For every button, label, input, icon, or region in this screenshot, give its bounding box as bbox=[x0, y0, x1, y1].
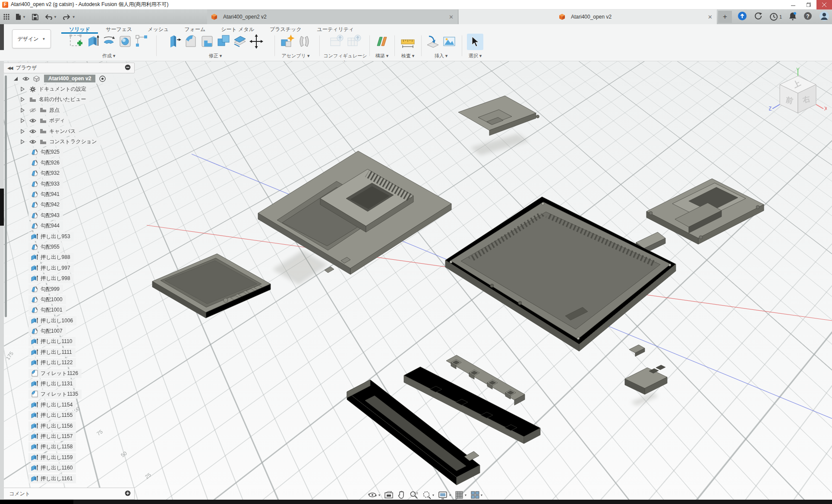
browser-root-row[interactable]: Atari400_open v2 bbox=[3, 73, 135, 84]
add-comment-icon[interactable] bbox=[125, 490, 131, 498]
browser-feature-12[interactable]: 押し出し998 bbox=[3, 273, 135, 284]
group-label-insert[interactable]: 挿入 ▾ bbox=[424, 53, 458, 59]
browser-feature-1[interactable]: 勾配926 bbox=[3, 158, 135, 168]
document-tab-active[interactable]: Atari400_open v2 ✕ bbox=[459, 9, 717, 24]
look-at-icon[interactable] bbox=[384, 491, 393, 499]
browser-feature-25[interactable]: 押し出し1155 bbox=[3, 410, 135, 421]
visibility-eye-icon[interactable] bbox=[22, 76, 30, 81]
configuration-table-button[interactable] bbox=[346, 34, 362, 52]
account-avatar[interactable] bbox=[819, 11, 829, 23]
browser-feature-29[interactable]: 押し出し1159 bbox=[3, 452, 135, 463]
model-viewport[interactable]: 175 100 75 50 25 bbox=[0, 61, 832, 504]
browser-feature-18[interactable]: 押し出し1110 bbox=[3, 337, 135, 347]
browser-feature-6[interactable]: 勾配943 bbox=[3, 210, 135, 220]
workspace-selector[interactable]: デザイン▼ bbox=[12, 29, 51, 48]
expand-caret-icon[interactable] bbox=[21, 108, 27, 113]
browser-folder-0[interactable]: ドキュメントの設定 bbox=[3, 84, 135, 94]
job-status-icon[interactable] bbox=[754, 12, 763, 22]
group-label-select[interactable]: 選択 ▾ bbox=[465, 53, 485, 59]
help-icon[interactable]: ? bbox=[804, 12, 812, 22]
ribbon-tab-2[interactable]: メッシュ bbox=[140, 25, 176, 34]
visibility-eye-icon[interactable] bbox=[28, 129, 37, 134]
grid-display-icon[interactable]: ▾ bbox=[455, 491, 466, 499]
group-label-inspect[interactable]: 検査 ▾ bbox=[397, 53, 419, 59]
browser-feature-3[interactable]: 勾配933 bbox=[3, 179, 135, 189]
insert-derive-button[interactable] bbox=[425, 34, 440, 52]
part-top-shell[interactable] bbox=[258, 151, 451, 274]
extrude-button[interactable] bbox=[85, 34, 100, 52]
browser-feature-13[interactable]: 勾配999 bbox=[3, 284, 135, 294]
minimize-button[interactable] bbox=[785, 0, 801, 9]
browser-feature-5[interactable]: 勾配942 bbox=[3, 200, 135, 210]
fillet-button[interactable] bbox=[183, 34, 198, 52]
browser-folder-4[interactable]: キャンバス bbox=[3, 126, 135, 136]
browser-feature-19[interactable]: 押し出し1111 bbox=[3, 347, 135, 357]
activate-radio-icon[interactable] bbox=[98, 76, 107, 82]
visibility-eye-off-icon[interactable] bbox=[28, 108, 37, 113]
ribbon-tab-6[interactable]: ユーティリティ bbox=[309, 25, 362, 34]
browser-feature-16[interactable]: 押し出し1006 bbox=[3, 315, 135, 326]
measure-button[interactable] bbox=[400, 34, 416, 52]
browser-feature-2[interactable]: 勾配932 bbox=[3, 168, 135, 179]
ribbon-tab-3[interactable]: フォーム bbox=[176, 25, 213, 34]
browser-feature-9[interactable]: 勾配955 bbox=[3, 242, 135, 252]
comment-bar[interactable]: コメント bbox=[3, 488, 135, 500]
browser-feature-21[interactable]: フィレット1126 bbox=[3, 368, 135, 378]
display-settings-icon[interactable]: ▾ bbox=[438, 491, 451, 499]
pan-icon[interactable] bbox=[397, 491, 405, 499]
orbit-icon[interactable]: ▾ bbox=[368, 491, 380, 499]
part-right-shell[interactable] bbox=[646, 179, 764, 244]
expand-caret-icon[interactable] bbox=[21, 118, 27, 123]
browser-feature-4[interactable]: 勾配941 bbox=[3, 189, 135, 199]
upgrade-icon[interactable] bbox=[737, 11, 747, 22]
tab-close-icon[interactable]: ✕ bbox=[449, 14, 454, 20]
view-cube[interactable]: Y Z X 上 前 右 bbox=[769, 67, 827, 120]
group-label-construct[interactable]: 構築 ▾ bbox=[372, 53, 392, 59]
browser-feature-30[interactable]: 押し出し1160 bbox=[3, 463, 135, 473]
browser-feature-31[interactable]: 押し出し1161 bbox=[3, 473, 135, 484]
app-grid-icon[interactable] bbox=[3, 14, 9, 20]
browser-scrollbar[interactable] bbox=[5, 76, 7, 317]
browser-folder-1[interactable]: 名前の付いたビュー bbox=[3, 94, 135, 105]
browser-feature-26[interactable]: 押し出し1156 bbox=[3, 421, 135, 431]
shell-button[interactable] bbox=[200, 34, 214, 52]
ribbon-tab-4[interactable]: シート メタル bbox=[213, 25, 262, 34]
browser-feature-28[interactable]: 押し出し1158 bbox=[3, 442, 135, 452]
notifications-bell-icon[interactable] bbox=[789, 12, 797, 22]
browser-feature-10[interactable]: 押し出し988 bbox=[3, 252, 135, 263]
revolve-button[interactable] bbox=[101, 34, 116, 52]
group-label-assemble[interactable]: アセンブリ ▾ bbox=[277, 53, 314, 59]
expand-caret-icon[interactable] bbox=[11, 76, 20, 81]
browser-feature-8[interactable]: 押し出し953 bbox=[3, 231, 135, 242]
close-button[interactable] bbox=[816, 0, 832, 9]
visibility-eye-icon[interactable] bbox=[28, 118, 37, 123]
browser-feature-15[interactable]: 勾配1001 bbox=[3, 305, 135, 315]
browser-feature-20[interactable]: 押し出し1122 bbox=[3, 358, 135, 368]
browser-header[interactable]: ◀◀ ブラウザ bbox=[3, 63, 135, 73]
file-menu-icon[interactable]: ▼ bbox=[16, 13, 26, 20]
combine-button[interactable] bbox=[216, 34, 231, 52]
browser-feature-7[interactable]: 勾配944 bbox=[3, 220, 135, 231]
select-tool-button[interactable] bbox=[467, 34, 483, 50]
undo-icon[interactable]: ▼ bbox=[44, 14, 57, 20]
browser-feature-14[interactable]: 勾配1000 bbox=[3, 294, 135, 305]
browser-feature-17[interactable]: 勾配1007 bbox=[3, 326, 135, 336]
construction-plane-button[interactable] bbox=[375, 34, 389, 52]
browser-feature-22[interactable]: 押し出し1131 bbox=[3, 378, 135, 389]
browser-feature-11[interactable]: 押し出し997 bbox=[3, 263, 135, 273]
browser-feature-0[interactable]: 勾配925 bbox=[3, 147, 135, 158]
document-tab-inactive[interactable]: Atari400_open2 v2 ✕ bbox=[207, 9, 458, 24]
maximize-button[interactable] bbox=[801, 0, 816, 9]
part-bottom-shell[interactable] bbox=[445, 197, 676, 351]
fit-icon[interactable]: ▾ bbox=[422, 491, 434, 499]
browser-folder-5[interactable]: コンストラクション bbox=[3, 136, 135, 147]
part-keyboard-plate[interactable] bbox=[152, 254, 271, 318]
expand-caret-icon[interactable] bbox=[21, 139, 27, 144]
pattern-button[interactable] bbox=[134, 34, 149, 52]
browser-folder-3[interactable]: ボディ bbox=[3, 116, 135, 126]
hole-button[interactable] bbox=[118, 34, 132, 52]
expand-caret-icon[interactable] bbox=[21, 129, 27, 134]
zoom-icon[interactable]: ± bbox=[410, 491, 418, 499]
group-label-create[interactable]: 作成 ▾ bbox=[64, 53, 154, 59]
viewports-icon[interactable]: ▾ bbox=[471, 491, 482, 499]
